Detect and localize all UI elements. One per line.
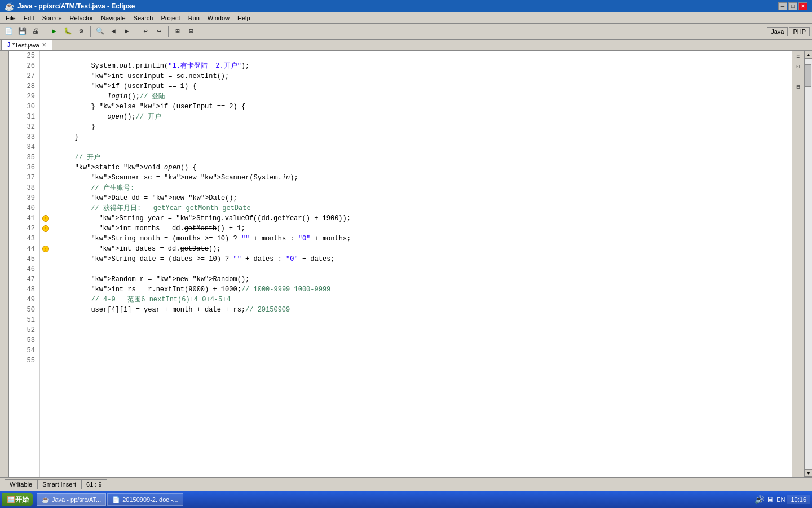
code-line-44[interactable]: ! "kw">int dates = dd.getDate();	[42, 244, 792, 254]
menu-item-edit[interactable]: Edit	[20, 14, 38, 22]
right-panel-icon-4[interactable]: ⊞	[794, 82, 803, 91]
code-line-35[interactable]: // 开户	[42, 152, 792, 163]
line-number-53: 53	[9, 335, 37, 345]
toolbar-btn-6[interactable]: ⊞	[171, 25, 184, 38]
scroll-down-button[interactable]: ▼	[805, 469, 812, 477]
code-line-50[interactable]: user[4][1] = year + month + date + rs;//…	[42, 305, 792, 315]
menu-item-project[interactable]: Project	[157, 14, 183, 22]
scroll-track[interactable]	[805, 59, 812, 469]
new-file-button[interactable]: 📄	[2, 25, 15, 38]
tab-close-button[interactable]: ✕	[42, 42, 46, 48]
right-panel-icon-3[interactable]: T	[794, 72, 803, 81]
status-position: 61 : 9	[81, 479, 107, 489]
scroll-up-button[interactable]: ▲	[805, 51, 812, 59]
search-button[interactable]: 🔍	[94, 25, 106, 38]
code-line-27[interactable]: "kw">int userInput = sc.nextInt();	[42, 71, 792, 81]
debug-button[interactable]: 🐛	[61, 25, 74, 38]
code-line-25[interactable]	[42, 51, 792, 61]
right-panel-icon-2[interactable]: ⊡	[794, 62, 803, 71]
warning-icon: !	[42, 246, 49, 252]
code-line-31[interactable]: open();// 开户	[42, 112, 792, 122]
code-line-47[interactable]: "kw">Random r = "kw">new "kw">Random();	[42, 274, 792, 284]
menu-item-help[interactable]: Help	[234, 14, 254, 22]
taskbar-java-item[interactable]: ☕ Java - pp/src/AT...	[37, 493, 106, 506]
code-line-41[interactable]: ! "kw">String year = "kw">String.valueOf…	[42, 213, 792, 224]
back-button[interactable]: ◀	[107, 25, 120, 38]
code-line-29[interactable]: login();// 登陆	[42, 91, 792, 102]
line-number-32: 32	[9, 122, 37, 132]
code-line-45[interactable]: "kw">String date = (dates >= 10) ? "" + …	[42, 254, 792, 264]
start-label: 开始	[15, 495, 29, 505]
vertical-scrollbar[interactable]: ▲ ▼	[804, 51, 812, 477]
toolbar-btn-7[interactable]: ⊟	[185, 25, 197, 38]
line-number-37: 37	[9, 173, 37, 183]
java-perspective-tab[interactable]: Java	[767, 27, 788, 36]
save-button[interactable]: 💾	[16, 25, 28, 38]
code-line-26[interactable]: System.out.println("1.有卡登陆 2.开户");	[42, 61, 792, 71]
menu-item-search[interactable]: Search	[130, 14, 157, 22]
menu-item-file[interactable]: File	[2, 14, 19, 22]
line-number-55: 55	[9, 356, 37, 366]
taskbar-doc-item[interactable]: 📄 20150909-2. doc -...	[107, 493, 183, 506]
php-perspective-tab[interactable]: PHP	[789, 27, 810, 36]
taskbar-java-label: Java - pp/src/AT...	[52, 496, 101, 503]
code-line-30[interactable]: } "kw">else "kw">if (userInput == 2) {	[42, 102, 792, 112]
code-line-53[interactable]	[42, 335, 792, 345]
code-line-46[interactable]	[42, 264, 792, 274]
minimize-button[interactable]: ─	[778, 2, 787, 10]
run-button[interactable]: ▶	[48, 25, 60, 38]
code-line-54[interactable]	[42, 345, 792, 356]
code-line-40[interactable]: // 获得年月日: getYear getMonth getDate	[42, 203, 792, 213]
code-line-32[interactable]: }	[42, 122, 792, 132]
line-number-45: 45	[9, 254, 37, 264]
line-number-36: 36	[9, 163, 37, 173]
taskbar: 🪟 开始 ☕ Java - pp/src/AT... 📄 20150909-2.…	[0, 491, 812, 508]
menu-item-window[interactable]: Window	[204, 14, 233, 22]
forward-button[interactable]: ▶	[121, 25, 133, 38]
code-line-34[interactable]	[42, 142, 792, 152]
code-line-49[interactable]: // 4-9 范围6 nextInt(6)+4 0+4-5+4	[42, 295, 792, 305]
toolbar-btn-3[interactable]: ⚙	[75, 25, 87, 38]
toolbar-sep-2	[90, 26, 91, 37]
tray-lang: EN	[776, 496, 785, 503]
scroll-thumb[interactable]	[805, 64, 811, 87]
editor-tab-test-java[interactable]: J *Test.java ✕	[1, 40, 52, 50]
code-line-42[interactable]: ! "kw">int months = dd.getMonth() + 1;	[42, 224, 792, 234]
code-line-43[interactable]: "kw">String month = (months >= 10) ? "" …	[42, 234, 792, 244]
line-number-42: 42	[9, 224, 37, 234]
menu-item-source[interactable]: Source	[39, 14, 65, 22]
line-number-50: 50	[9, 305, 37, 315]
line-number-28: 28	[9, 81, 37, 91]
code-line-33[interactable]: }	[42, 132, 792, 142]
line-number-41: 41	[9, 213, 37, 224]
maximize-button[interactable]: □	[788, 2, 797, 10]
tray-volume-icon[interactable]: 🔊	[754, 495, 764, 504]
menu-item-navigate[interactable]: Navigate	[98, 14, 129, 22]
tray-network-icon[interactable]: 🖥	[766, 495, 774, 504]
code-line-48[interactable]: "kw">int rs = r.nextInt(9000) + 1000;// …	[42, 284, 792, 295]
toolbar-btn-5[interactable]: ↪	[153, 25, 165, 38]
close-button[interactable]: ✕	[798, 2, 807, 10]
print-button[interactable]: 🖨	[29, 25, 42, 38]
line-number-49: 49	[9, 295, 37, 305]
code-line-38[interactable]: // 产生账号:	[42, 183, 792, 193]
start-button[interactable]: 🪟 开始	[2, 493, 33, 506]
line-number-48: 48	[9, 284, 37, 295]
title-bar-controls[interactable]: ─ □ ✕	[778, 2, 807, 10]
menu-item-refactor[interactable]: Refactor	[67, 14, 97, 22]
menu-item-run[interactable]: Run	[185, 14, 203, 22]
status-writable: Writable	[5, 479, 37, 489]
code-line-51[interactable]	[42, 315, 792, 325]
code-line-36[interactable]: "kw">static "kw">void open() {	[42, 163, 792, 173]
code-line-39[interactable]: "kw">Date dd = "kw">new "kw">Date();	[42, 193, 792, 203]
code-line-37[interactable]: "kw">Scanner sc = "kw">new "kw">Scanner(…	[42, 173, 792, 183]
toolbar-btn-4[interactable]: ↩	[139, 25, 152, 38]
code-line-52[interactable]	[42, 325, 792, 335]
line-number-52: 52	[9, 325, 37, 335]
code-line-55[interactable]	[42, 356, 792, 366]
code-line-28[interactable]: "kw">if (userInput == 1) {	[42, 81, 792, 91]
code-area[interactable]: System.out.println("1.有卡登陆 2.开户"); "kw">…	[40, 51, 792, 477]
right-panel-icon-1[interactable]: ≡	[794, 52, 803, 61]
title-bar-text: Java - pp/src/ATM/Test.java - Eclipse	[17, 2, 135, 10]
toolbar: 📄 💾 🖨 ▶ 🐛 ⚙ 🔍 ◀ ▶ ↩ ↪ ⊞ ⊟ Java PHP	[0, 24, 812, 40]
